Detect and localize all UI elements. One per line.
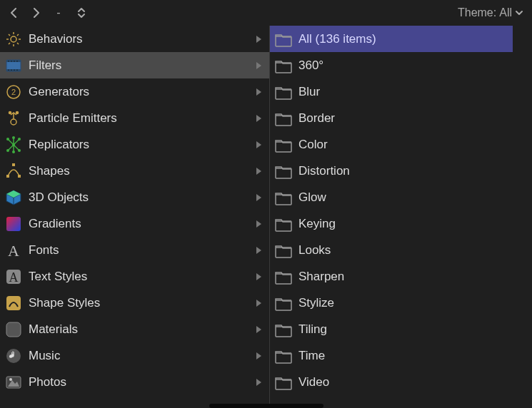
folder-icon: [274, 83, 293, 101]
category-row[interactable]: A Fonts: [0, 237, 269, 263]
disclosure-arrow-icon: [254, 166, 264, 176]
category-row[interactable]: 2 Generators: [0, 78, 269, 105]
svg-rect-9: [8, 69, 9, 71]
replicator-icon: [4, 136, 23, 154]
subcategory-row[interactable]: Distortion: [270, 158, 513, 184]
svg-marker-43: [256, 247, 261, 254]
subcategory-row[interactable]: Border: [270, 105, 513, 131]
category-row[interactable]: Replicators: [0, 131, 269, 158]
category-label: Fonts: [29, 243, 248, 257]
svg-rect-34: [12, 163, 15, 166]
scrollbar-hint: [209, 404, 323, 408]
folder-icon: [274, 373, 293, 392]
folder-icon: [274, 294, 293, 312]
gear-icon: [4, 30, 23, 49]
nav-forward-button[interactable]: [31, 6, 41, 19]
generator-icon: 2: [4, 83, 23, 101]
subcategory-label: Stylize: [298, 296, 507, 310]
category-label: Materials: [29, 322, 248, 337]
svg-point-25: [18, 138, 21, 141]
font-icon: A: [4, 241, 23, 260]
category-row[interactable]: Materials: [0, 316, 269, 342]
svg-point-28: [12, 136, 15, 139]
folder-icon: [274, 347, 293, 365]
category-label: Photos: [29, 375, 248, 389]
subcategory-row[interactable]: Color: [270, 131, 513, 158]
category-row[interactable]: Particle Emitters: [0, 105, 269, 131]
svg-point-18: [9, 111, 11, 113]
svg-text:A: A: [8, 242, 19, 260]
category-label: Gradients: [29, 217, 248, 231]
category-label: Particle Emitters: [29, 111, 248, 126]
shape-icon: [4, 162, 23, 180]
subcategory-column[interactable]: All (136 items) 360° Blur Border Color D…: [270, 26, 513, 408]
category-row[interactable]: 3D Objects: [0, 184, 269, 210]
svg-marker-51: [256, 326, 261, 333]
svg-marker-20: [256, 115, 261, 122]
disclosure-arrow-icon: [254, 140, 264, 150]
subcategory-row[interactable]: Time: [270, 342, 513, 369]
subcategory-row[interactable]: Glow: [270, 184, 513, 210]
subcategory-row[interactable]: Video: [270, 369, 513, 395]
toolbar: - Theme: All: [0, 0, 532, 26]
subcategory-row[interactable]: Looks: [270, 237, 513, 263]
category-row[interactable]: Behaviors: [0, 26, 269, 52]
folder-icon: [274, 215, 293, 233]
svg-point-30: [12, 143, 15, 146]
svg-point-56: [9, 378, 12, 381]
subcategory-row[interactable]: 360°: [270, 52, 513, 78]
disclosure-arrow-icon: [254, 113, 264, 123]
category-row[interactable]: Gradients: [0, 210, 269, 237]
svg-marker-48: [256, 300, 261, 307]
subcategory-label: Time: [298, 349, 507, 363]
subcategory-row[interactable]: Blur: [270, 78, 513, 105]
disclosure-arrow-icon: [254, 245, 264, 255]
subcategory-row[interactable]: All (136 items): [270, 26, 513, 52]
subcategory-label: Looks: [298, 243, 507, 257]
category-label: Shapes: [29, 164, 248, 178]
category-label: Shape Styles: [29, 296, 248, 310]
folder-icon: [274, 241, 293, 260]
category-row[interactable]: Music: [0, 342, 269, 369]
svg-text:A: A: [9, 270, 19, 285]
svg-marker-41: [256, 220, 261, 228]
svg-rect-10: [11, 69, 12, 71]
material-icon: [4, 320, 23, 339]
category-row[interactable]: Photos: [0, 369, 269, 395]
folder-icon: [274, 30, 293, 49]
svg-rect-49: [6, 322, 21, 337]
subcategory-row[interactable]: Sharpen: [270, 263, 513, 290]
subcategory-label: Keying: [298, 217, 507, 231]
subcategory-label: Video: [298, 375, 507, 389]
subcategory-label: Distortion: [298, 164, 507, 178]
svg-point-24: [6, 138, 9, 141]
category-row[interactable]: Shapes: [0, 158, 269, 184]
disclosure-arrow-icon: [254, 34, 264, 44]
svg-rect-8: [16, 61, 18, 62]
subcategory-row[interactable]: Keying: [270, 210, 513, 237]
subcategory-label: All (136 items): [298, 32, 507, 46]
svg-point-0: [11, 36, 16, 42]
theme-value: All: [499, 6, 512, 19]
category-label: Behaviors: [29, 32, 248, 46]
shapestyle-icon: [4, 294, 23, 312]
path-stepper-icon[interactable]: [76, 7, 87, 19]
category-row[interactable]: Filters: [0, 52, 269, 78]
path-crumb[interactable]: -: [54, 6, 63, 19]
subcategory-row[interactable]: Tiling: [270, 316, 513, 342]
category-row[interactable]: A Text Styles: [0, 263, 269, 290]
category-label: Replicators: [29, 138, 248, 152]
folder-icon: [274, 56, 293, 75]
category-row[interactable]: Shape Styles: [0, 290, 269, 316]
nav-back-button[interactable]: [9, 6, 19, 19]
theme-dropdown[interactable]: Theme: All: [458, 6, 523, 19]
svg-point-26: [6, 149, 9, 152]
subcategory-row[interactable]: Stylize: [270, 290, 513, 316]
svg-rect-12: [16, 69, 18, 71]
disclosure-arrow-icon: [254, 325, 264, 335]
svg-point-27: [18, 149, 21, 152]
svg-rect-32: [6, 175, 9, 178]
category-column[interactable]: Behaviors Filters 2 Generators Particle …: [0, 26, 270, 408]
subcategory-label: Blur: [298, 85, 507, 99]
disclosure-arrow-icon: [254, 377, 264, 387]
